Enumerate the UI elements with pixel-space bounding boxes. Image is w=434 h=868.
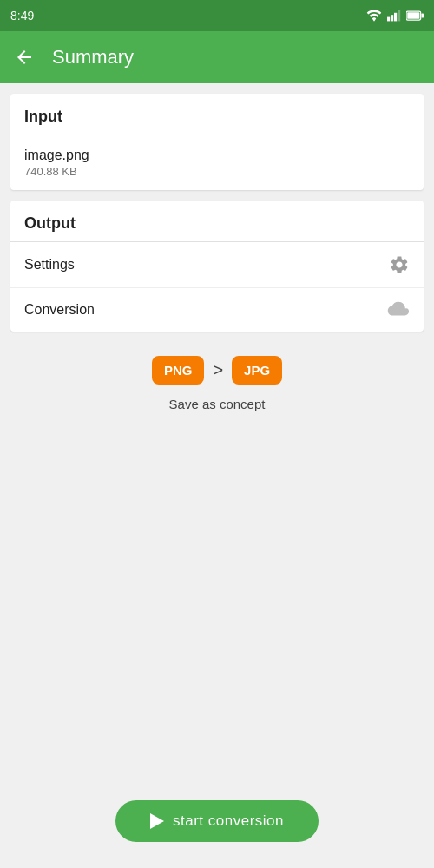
conversion-section: PNG > JPG Save as concept	[10, 342, 424, 418]
settings-icon	[389, 254, 410, 275]
settings-label: Settings	[24, 257, 75, 273]
input-card-header: Input	[10, 94, 424, 135]
output-header-label: Output	[24, 214, 76, 232]
signal-icon	[387, 10, 401, 22]
svg-rect-1	[391, 15, 393, 21]
battery-icon	[406, 10, 424, 22]
start-conversion-button[interactable]: start conversion	[115, 800, 319, 842]
save-concept-button[interactable]: Save as concept	[169, 397, 266, 411]
input-card: Input image.png 740.88 KB	[10, 94, 424, 190]
status-icons	[366, 10, 424, 22]
status-time: 8:49	[10, 9, 34, 23]
svg-rect-0	[387, 17, 390, 22]
cloud-icon	[385, 300, 410, 319]
from-format-badge: PNG	[152, 356, 205, 385]
output-card: Output Settings Conversion	[10, 201, 424, 332]
svg-rect-6	[422, 14, 424, 18]
conversion-label: Conversion	[24, 302, 95, 318]
main-content: Input image.png 740.88 KB Output Setting…	[0, 83, 434, 429]
play-icon	[150, 813, 164, 829]
conversion-row[interactable]: Conversion	[10, 288, 424, 332]
file-size: 740.88 KB	[24, 165, 89, 178]
back-arrow-icon	[14, 47, 35, 68]
svg-rect-3	[398, 10, 400, 22]
output-card-header: Output	[10, 201, 424, 242]
file-name: image.png	[24, 148, 89, 163]
input-header-label: Input	[24, 108, 62, 125]
settings-row[interactable]: Settings	[10, 242, 424, 288]
app-bar-title: Summary	[52, 46, 134, 69]
to-format-badge: JPG	[232, 356, 282, 385]
svg-rect-2	[394, 13, 397, 22]
wifi-icon	[366, 10, 382, 22]
status-bar: 8:49	[0, 0, 434, 31]
arrow-icon: >	[213, 360, 223, 380]
bottom-bar: start conversion	[0, 800, 434, 842]
svg-rect-5	[407, 12, 419, 19]
app-bar: Summary	[0, 31, 434, 83]
back-button[interactable]	[14, 47, 35, 68]
input-file-row: image.png 740.88 KB	[10, 135, 424, 190]
format-badges: PNG > JPG	[152, 356, 282, 385]
start-button-label: start conversion	[173, 812, 284, 830]
file-info: image.png 740.88 KB	[24, 148, 89, 178]
